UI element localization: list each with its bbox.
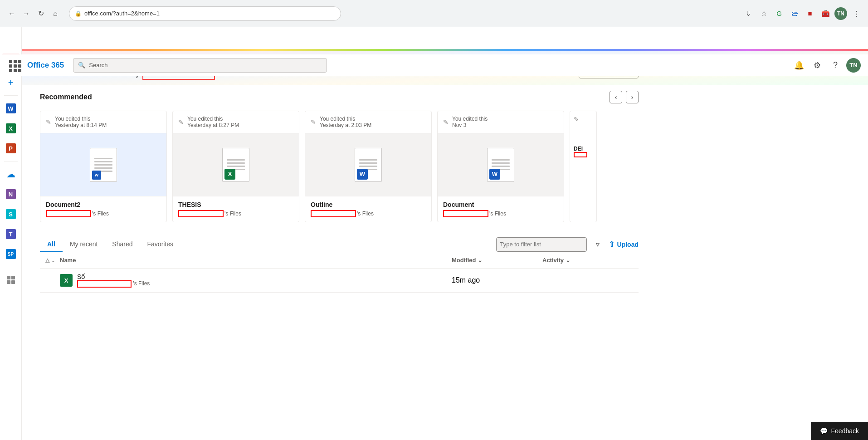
- feedback-button[interactable]: 💬 Feedback: [811, 422, 868, 440]
- sidebar-item-more-apps[interactable]: [2, 271, 20, 289]
- filter-button[interactable]: ▿: [590, 237, 605, 252]
- teams-icon: T: [6, 229, 16, 239]
- chevron-down-icon: ⌄: [51, 258, 55, 263]
- location-redacted-1: [46, 210, 91, 217]
- edit-icon-4: ✎: [443, 118, 449, 126]
- edit-icon-2: ✎: [178, 118, 184, 126]
- home-button[interactable]: ⌂: [49, 7, 62, 20]
- main-content: Good afternoon, Install Office ⌄ Recomme…: [22, 27, 868, 440]
- more-apps-icon: [7, 276, 15, 284]
- address-bar[interactable]: 🔒 office.com/?auth=2&home=1: [69, 6, 341, 21]
- name-sort-button[interactable]: Name: [60, 257, 76, 264]
- extension-blue[interactable]: 🗁: [788, 7, 801, 20]
- file-doc-icon-4: W: [487, 148, 514, 182]
- file-card-outline[interactable]: ✎ You edited this Yesterday at 2:03 PM: [305, 111, 432, 222]
- file-doc-icon-1: W: [90, 148, 117, 182]
- location-redacted-3: [311, 210, 356, 217]
- extension-red[interactable]: ■: [804, 7, 816, 20]
- carousel-next-button[interactable]: ›: [626, 91, 639, 103]
- sidebar-item-sway[interactable]: S: [2, 205, 20, 223]
- sidebar-item-excel[interactable]: X: [2, 119, 20, 137]
- row-modified-1: 15m ago: [452, 276, 542, 284]
- onedrive-icon: ☁: [6, 169, 15, 180]
- grammarly-extension[interactable]: G: [773, 7, 785, 20]
- file-preview-2: X: [173, 133, 299, 196]
- sidebar-item-add[interactable]: +: [2, 73, 20, 92]
- file-name-3: Outline: [311, 201, 426, 208]
- file-preview-1: W: [40, 133, 166, 196]
- table-row[interactable]: X Số 's Files 15m ago: [40, 269, 639, 293]
- user-avatar[interactable]: TN: [846, 58, 861, 73]
- content-area: Good afternoon, Install Office ⌄ Recomme…: [22, 49, 657, 307]
- nav-buttons: ← → ↻ ⌂: [5, 7, 62, 20]
- app-container: + W X P ☁ N S T SP: [0, 27, 868, 440]
- file-preview-3: W: [305, 133, 431, 196]
- edit-info-1: You edited this Yesterday at 8:14 PM: [55, 116, 107, 128]
- tab-all[interactable]: All: [40, 237, 63, 252]
- tab-favorites[interactable]: Favorites: [140, 237, 181, 252]
- sidebar-item-onedrive[interactable]: ☁: [2, 165, 20, 183]
- edit-info-3: You edited this Yesterday at 2:03 PM: [320, 116, 371, 128]
- upload-button[interactable]: ⇧ Upload: [609, 240, 639, 249]
- file-location-2: 's Files: [178, 210, 293, 217]
- sidebar-item-onenote[interactable]: N: [2, 185, 20, 203]
- office-logo: Office 365: [27, 61, 64, 70]
- file-card-header-4: ✎ You edited this Nov 3: [438, 111, 564, 133]
- carousel-prev-button[interactable]: ‹: [610, 91, 622, 103]
- file-card-dei[interactable]: ✎ DEI: [570, 111, 597, 222]
- onenote-icon: N: [6, 189, 16, 199]
- search-box[interactable]: 🔍 Search: [73, 58, 327, 73]
- sidebar-divider-1: [4, 95, 18, 96]
- sidebar-divider-3: [4, 267, 18, 267]
- activity-sort-button[interactable]: Activity ⌄: [542, 257, 571, 264]
- tab-shared[interactable]: Shared: [105, 237, 140, 252]
- bookmark-button[interactable]: ☆: [757, 7, 770, 20]
- browser-menu-button[interactable]: ⋮: [850, 7, 863, 20]
- edit-icon-5: ✎: [574, 116, 579, 123]
- notifications-button[interactable]: 🔔: [792, 58, 806, 73]
- forward-button[interactable]: →: [20, 7, 33, 20]
- edit-info-2: You edited this Yesterday at 8:27 PM: [187, 116, 239, 128]
- tabs-filter-row: All My recent Shared Favorites ▿: [40, 237, 639, 252]
- word-badge-4: W: [489, 169, 500, 180]
- excel-badge-2: X: [224, 169, 235, 180]
- recommended-section-header: Recommended ‹ ›: [40, 91, 639, 103]
- sidebar-item-teams[interactable]: T: [2, 225, 20, 243]
- file-card-thesis[interactable]: ✎ You edited this Yesterday at 8:27 PM: [172, 111, 299, 222]
- back-button[interactable]: ←: [5, 7, 18, 20]
- waffle-menu[interactable]: [7, 58, 22, 73]
- extensions-button[interactable]: 🧰: [819, 7, 832, 20]
- file-card-document2[interactable]: ✎ You edited this Yesterday at 8:14 PM: [40, 111, 167, 222]
- sharepoint-icon: SP: [6, 249, 16, 259]
- reload-button[interactable]: ↻: [34, 7, 47, 20]
- file-list-header: △ ⌄ Name Modified ⌄ Activity: [40, 252, 639, 269]
- location-redacted-4: [443, 210, 488, 217]
- modified-sort-button[interactable]: Modified ⌄: [452, 257, 483, 264]
- browser-chrome: ← → ↻ ⌂ 🔒 office.com/?auth=2&home=1 ⇓ ☆ …: [0, 0, 868, 27]
- edit-icon-3: ✎: [311, 118, 316, 126]
- file-name-5: DEI: [574, 146, 593, 152]
- sidebar-item-sharepoint[interactable]: SP: [2, 245, 20, 263]
- file-card-header-2: ✎ You edited this Yesterday at 8:27 PM: [173, 111, 299, 133]
- download-button[interactable]: ⇓: [742, 7, 755, 20]
- add-icon: +: [8, 78, 14, 88]
- file-icon-excel-1: X: [60, 274, 73, 287]
- filter-input[interactable]: [496, 237, 587, 252]
- sort-icon: △: [45, 257, 49, 264]
- browser-profile[interactable]: TN: [834, 7, 847, 20]
- file-card-footer-3: Outline 's Files: [305, 196, 431, 222]
- file-card-document[interactable]: ✎ You edited this Nov 3 W: [437, 111, 564, 222]
- file-location-1: 's Files: [46, 210, 161, 217]
- sidebar-item-word[interactable]: W: [2, 99, 20, 117]
- recommended-title: Recommended: [40, 93, 92, 101]
- tab-my-recent[interactable]: My recent: [63, 237, 105, 252]
- col-name-header: Name: [60, 257, 452, 264]
- sidebar-item-powerpoint[interactable]: P: [2, 139, 20, 157]
- excel-icon: X: [6, 123, 16, 133]
- file-card-footer-4: Document 's Files: [438, 196, 564, 222]
- location-redacted-2: [178, 210, 224, 217]
- help-button[interactable]: ?: [828, 58, 843, 73]
- file-location-4: 's Files: [443, 210, 558, 217]
- settings-button[interactable]: ⚙: [810, 58, 824, 73]
- file-name-1: Document2: [46, 201, 161, 208]
